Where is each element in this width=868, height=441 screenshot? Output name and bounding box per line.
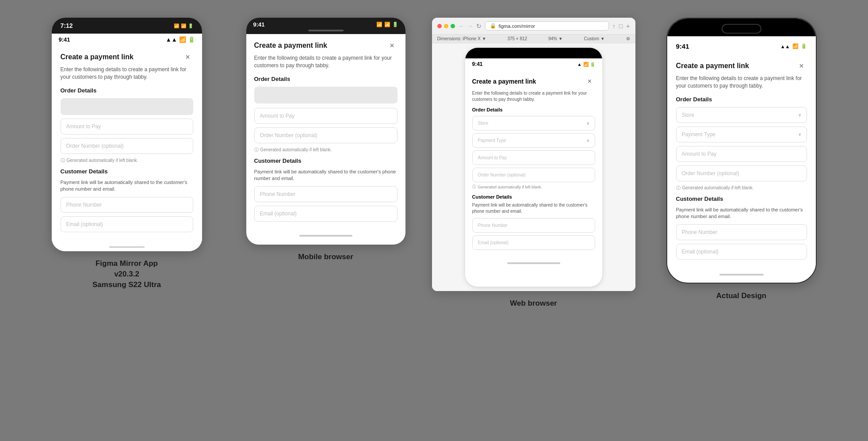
inner-store-dropdown[interactable]: Store ∨ [472,116,595,130]
info-icon: ⓘ [61,157,65,164]
browser-maximize-dot[interactable] [451,24,455,28]
actual-order-number-input[interactable]: Order Number (optional) [676,165,807,181]
store-label: Store [478,121,489,126]
mb-notch [253,30,398,34]
inner-time: 9:41 [59,36,70,43]
column-label-1: Figma Mirror App v20.3.2 Samsung S22 Ult… [92,258,161,290]
ios-icons: ▲▲ 📶 🔋 [780,43,807,49]
ios-time: 9:41 [676,42,689,50]
amount-to-pay-input[interactable]: Amount to Pay [61,119,193,134]
phone-number-input[interactable]: Phone Number [61,197,193,213]
inner-time-web: 9:41 [472,61,483,67]
inner-helper: ⓘ Generated automatically if left blank. [472,184,595,190]
mb-customer-details-label: Customer Details [254,157,398,164]
column-figma-mirror: 7:12 📶 📶 🔋 9:41 ▲▲ 📶 🔋 [34,18,220,290]
mb-store-skeleton [254,87,398,104]
browser-url-bar[interactable]: 🔒 figma.com/mirror [485,21,609,31]
mb-info-icon: ⓘ [254,147,259,153]
browser-bar: ← → ↻ 🔒 figma.com/mirror ↑ □ + [432,18,635,35]
store-chevron: ∨ [586,121,589,126]
actual-payment-type-label: Payment Type [682,131,716,138]
inner-status-bar: 9:41 ▲▲ 📶 🔋 [52,34,202,45]
inner-modal-title: Create a payment link [472,78,536,85]
inner-customer-label: Customer Details [472,194,595,199]
inner-close-btn[interactable]: × [585,76,595,87]
back-button[interactable]: ← [459,23,465,30]
column-label-3: Web browser [510,298,557,309]
browser-close-dot[interactable] [437,24,442,28]
ios-pill [722,24,761,34]
zoom-label[interactable]: 94% ▼ [548,36,563,41]
actual-email-input[interactable]: Email (optional) [676,244,807,260]
actual-modal-title: Create a payment link [676,62,749,70]
close-button[interactable]: × [183,52,193,62]
actual-modal-description: Enter the following details to create a … [676,75,807,90]
inner-customer-section: Customer Details Payment link will be au… [472,194,595,250]
inner-order-details: Order Details [472,107,595,112]
column-label-2: Mobile browser [298,252,353,262]
mb-customer-section: Customer Details Payment link will be au… [254,157,398,222]
helper-text-content: Generated automatically if left blank. [67,158,138,163]
actual-phone-input[interactable]: Phone Number [676,224,807,240]
payment-type-chevron: ∨ [586,138,589,143]
browser-minimize-dot[interactable] [444,24,448,28]
inner-modal-description: Enter the following details to create a … [472,90,595,103]
samsung-device-frame: 7:12 📶 📶 🔋 9:41 ▲▲ 📶 🔋 [52,18,202,251]
actual-amount-input[interactable]: Amount to Pay [676,146,807,162]
mb-customer-desc: Payment link will be automatically share… [254,169,398,182]
inner-status-icons: ▲ 📶 🔋 [577,62,595,67]
share-icon[interactable]: ↑ [612,23,616,30]
column-label-4: Actual Design [716,291,766,301]
mb-time: 9:41 [253,21,265,28]
mb-phone-input[interactable]: Phone Number [254,186,398,202]
mb-email-input[interactable]: Email (optional) [254,206,398,222]
mb-close-button[interactable]: × [387,40,398,51]
forward-button[interactable]: → [467,23,474,30]
actual-store-chevron: ∨ [798,112,801,117]
refresh-button[interactable]: ↻ [476,23,482,30]
auto-generated-helper: ⓘ Generated automatically if left blank. [61,157,193,164]
inner-amount-input[interactable]: Amount to Pay [472,150,595,165]
column-web-browser: ← → ↻ 🔒 figma.com/mirror ↑ □ + Dimension… [432,18,635,309]
mb-order-number-input[interactable]: Order Number (optional) [254,127,398,143]
modal-title: Create a payment link [61,53,134,61]
scroll-indicator [109,246,145,248]
browser-dots [437,24,455,28]
inner-info-icon: ⓘ [472,184,476,190]
mb-modal-description: Enter the following details to create a … [254,54,398,69]
inner-scroll [507,262,560,264]
browser-content: 9:41 ▲ 📶 🔋 Create a payment link × [432,43,635,291]
settings-icon[interactable]: ⚙ [626,36,630,41]
custom-label[interactable]: Custom ▼ [584,36,605,41]
actual-store-dropdown[interactable]: Store ∨ [676,107,807,123]
dimensions-label[interactable]: Dimensions: iPhone X ▼ [437,36,486,41]
inner-phone-input[interactable]: Phone Number [472,218,595,233]
actual-store-label: Store [682,112,695,118]
email-input[interactable]: Email (optional) [61,216,193,232]
inner-status: 9:41 ▲ 📶 🔋 [465,58,602,70]
actual-order-details-label: Order Details [676,96,807,103]
bookmark-icon[interactable]: □ [619,23,623,30]
actual-modal-header: Create a payment link × [676,61,807,71]
samsung-time: 7:12 [61,22,73,29]
actual-scroll [715,274,768,279]
lock-icon: 🔒 [490,23,496,29]
actual-customer-desc: Payment link will be automatically share… [676,207,807,220]
mb-order-details-label: Order Details [254,76,398,82]
column-mobile-browser: 9:41 📶 📶 🔋 Create a payment link × [233,18,419,262]
customer-section: Customer Details Payment link will be au… [61,168,193,233]
inner-order-number-input[interactable]: Order Number (optional) [472,168,595,182]
url-text: figma.com/mirror [499,23,535,29]
inner-modal-header: Create a payment link × [472,76,595,87]
actual-payment-type-chevron: ∨ [798,132,801,137]
mb-amount-input[interactable]: Amount to Pay [254,108,398,124]
actual-close-btn[interactable]: × [796,61,807,71]
order-number-input[interactable]: Order Number (optional) [61,138,193,154]
inner-modal: Create a payment link × Enter the follow… [465,70,602,260]
samsung-status-bar: 7:12 📶 📶 🔋 [52,18,202,34]
modal-header: Create a payment link × [61,52,193,62]
actual-payment-type-dropdown[interactable]: Payment Type ∨ [676,127,807,142]
inner-email-input[interactable]: Email (optional) [472,235,595,250]
new-tab-icon[interactable]: + [626,23,630,30]
inner-payment-type-dropdown[interactable]: Payment Type ∨ [472,133,595,148]
